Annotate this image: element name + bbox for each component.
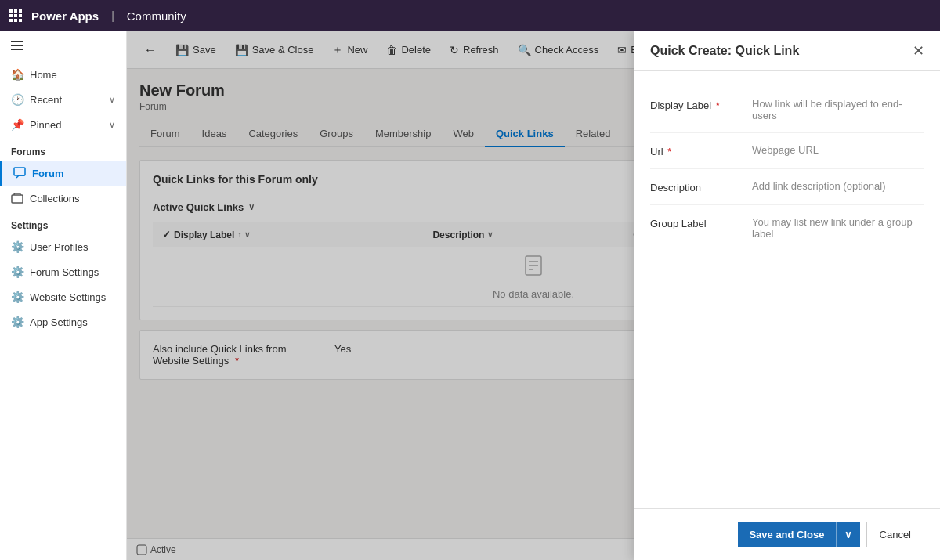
forums-section-label: Forums xyxy=(0,137,126,161)
sidebar-pinned-label: Pinned xyxy=(30,119,61,131)
app-settings-icon: ⚙️ xyxy=(11,316,24,328)
panel-body: Display Label * How link will be display… xyxy=(634,71,940,508)
sidebar: 🏠 Home 🕐 Recent ∨ 📌 Pinned ∨ Forums Foru… xyxy=(0,31,127,560)
group-label-value[interactable]: You may list new link under a group labe… xyxy=(752,216,924,240)
quick-create-panel: Quick Create: Quick Link ✕ Display Label… xyxy=(634,31,940,560)
sidebar-item-collections[interactable]: Collections xyxy=(0,186,126,211)
display-label-required: * xyxy=(716,99,720,111)
pinned-chevron-icon: ∨ xyxy=(109,120,115,130)
topbar: Power Apps | Community xyxy=(0,0,940,31)
content-area: ← 💾 Save 💾 Save & Close ＋ New 🗑 Delete ↻… xyxy=(127,31,940,560)
recent-icon: 🕐 xyxy=(11,93,24,106)
cancel-label: Cancel xyxy=(880,529,911,540)
panel-close-button[interactable]: ✕ xyxy=(913,44,924,58)
panel-footer: Save and Close ∨ Cancel xyxy=(634,508,940,560)
svg-rect-3 xyxy=(14,168,25,175)
panel-save-caret-button[interactable]: ∨ xyxy=(836,522,860,547)
user-profiles-icon: ⚙️ xyxy=(11,240,24,253)
panel-header: Quick Create: Quick Link ✕ xyxy=(634,31,940,71)
sidebar-item-user-profiles[interactable]: ⚙️ User Profiles xyxy=(0,234,126,259)
collections-icon xyxy=(11,192,24,204)
svg-rect-0 xyxy=(11,41,24,42)
panel-field-description: Description Add link description (option… xyxy=(650,169,924,205)
url-required: * xyxy=(667,146,671,157)
sidebar-home-label: Home xyxy=(30,69,57,81)
description-value[interactable]: Add link description (optional) xyxy=(752,180,924,192)
sidebar-forum-settings-label: Forum Settings xyxy=(30,266,99,278)
description-label: Description xyxy=(650,180,752,193)
website-settings-icon: ⚙️ xyxy=(11,291,24,303)
display-label-value[interactable]: How link will be displayed to end-users xyxy=(752,98,924,121)
sidebar-item-recent[interactable]: 🕐 Recent ∨ xyxy=(0,87,126,112)
forum-settings-icon: ⚙️ xyxy=(11,266,24,278)
display-label-label: Display Label * xyxy=(650,98,752,111)
panel-field-group-label: Group Label You may list new link under … xyxy=(650,205,924,251)
pinned-icon: 📌 xyxy=(11,118,24,131)
save-close-group: Save and Close ∨ xyxy=(738,522,859,547)
url-value[interactable]: Webpage URL xyxy=(752,144,924,156)
sidebar-item-forum-settings[interactable]: ⚙️ Forum Settings xyxy=(0,259,126,284)
panel-cancel-button[interactable]: Cancel xyxy=(866,522,924,547)
url-label: Url * xyxy=(650,144,752,157)
topbar-divider: | xyxy=(111,9,114,22)
sidebar-website-settings-label: Website Settings xyxy=(30,291,106,303)
save-close-label: Save and Close xyxy=(749,529,824,540)
panel-title: Quick Create: Quick Link xyxy=(650,44,799,58)
sidebar-recent-label: Recent xyxy=(30,94,62,106)
save-caret-icon: ∨ xyxy=(844,529,852,540)
forum-icon xyxy=(13,167,26,179)
sidebar-item-website-settings[interactable]: ⚙️ Website Settings xyxy=(0,284,126,309)
grid-menu-icon[interactable] xyxy=(9,9,22,22)
svg-rect-4 xyxy=(12,195,23,203)
sidebar-item-pinned[interactable]: 📌 Pinned ∨ xyxy=(0,112,126,137)
settings-section-label: Settings xyxy=(0,211,126,234)
hamburger-icon[interactable] xyxy=(0,31,126,62)
sidebar-app-settings-label: App Settings xyxy=(30,316,88,328)
svg-rect-1 xyxy=(11,45,24,46)
sidebar-item-app-settings[interactable]: ⚙️ App Settings xyxy=(0,309,126,334)
topbar-community: Community xyxy=(127,9,186,23)
home-icon: 🏠 xyxy=(11,68,24,81)
sidebar-collections-label: Collections xyxy=(30,193,80,204)
sidebar-item-forum[interactable]: Forum xyxy=(0,161,126,186)
sidebar-forum-label: Forum xyxy=(32,168,63,179)
sidebar-item-home[interactable]: 🏠 Home xyxy=(0,62,126,87)
app-name: Power Apps xyxy=(31,9,99,23)
panel-field-display-label: Display Label * How link will be display… xyxy=(650,87,924,133)
panel-field-url: Url * Webpage URL xyxy=(650,133,924,169)
sidebar-user-profiles-label: User Profiles xyxy=(30,241,88,253)
group-label-label: Group Label xyxy=(650,216,752,229)
svg-rect-2 xyxy=(11,49,24,50)
panel-save-close-button[interactable]: Save and Close xyxy=(738,522,835,547)
recent-chevron-icon: ∨ xyxy=(109,95,115,105)
